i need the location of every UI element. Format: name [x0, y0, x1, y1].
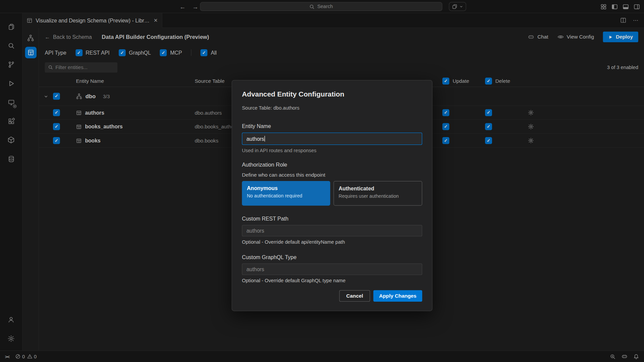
advanced-entity-configuration-dialog: Advanced Entity Configuration Source Tab… — [232, 80, 433, 311]
entity-name-label: Entity Name — [242, 123, 422, 129]
role-authenticated-card[interactable]: Authenticated Requires user authenticati… — [333, 181, 422, 205]
custom-graphql-type-label: Custom GraphQL Type — [242, 254, 422, 260]
role-subtitle: No authentication required — [247, 193, 325, 198]
dialog-source-table: Source Table: dbo.authors — [242, 105, 422, 111]
dialog-title: Advanced Entity Configuration — [242, 90, 422, 98]
authorization-role-label: Authorization Role — [242, 162, 422, 168]
apply-changes-button[interactable]: Apply Changes — [373, 290, 422, 302]
role-title: Anonymous — [247, 185, 325, 191]
role-anonymous-card[interactable]: Anonymous No authentication required — [242, 181, 330, 205]
entity-name-value: authors — [247, 136, 264, 142]
entity-name-help: Used in API routes and responses — [242, 148, 422, 154]
authorization-role-help: Define who can access this endpoint — [242, 172, 422, 178]
role-subtitle: Requires user authentication — [339, 194, 417, 199]
custom-rest-path-placeholder: authors — [247, 228, 264, 234]
text-caret — [265, 136, 265, 141]
custom-graphql-type-help: Optional - Override default GraphQL type… — [242, 278, 422, 284]
cancel-button[interactable]: Cancel — [339, 290, 370, 302]
role-title: Authenticated — [339, 185, 417, 191]
vscode-window: ← → Search — [0, 0, 644, 362]
custom-graphql-type-input[interactable]: authors — [242, 263, 422, 275]
custom-rest-path-input[interactable]: authors — [242, 225, 422, 236]
custom-rest-path-help: Optional - Override default api/entityNa… — [242, 239, 422, 245]
modal-overlay: Advanced Entity Configuration Source Tab… — [0, 0, 644, 362]
entity-name-input[interactable]: authors — [242, 133, 422, 145]
custom-graphql-type-placeholder: authors — [247, 266, 264, 272]
custom-rest-path-label: Custom REST Path — [242, 216, 422, 222]
